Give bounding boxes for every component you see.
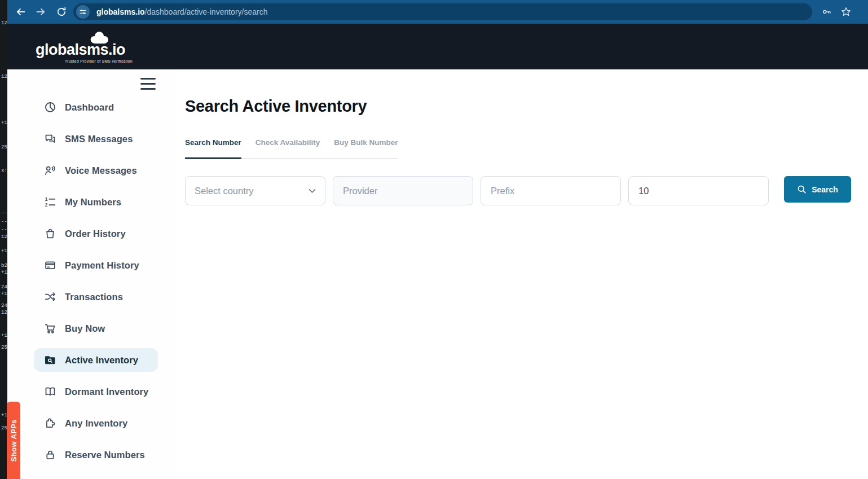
sidebar-item-label: Active Inventory [65, 355, 138, 366]
chat-bubbles-icon [44, 133, 56, 145]
password-key-icon[interactable] [821, 6, 832, 17]
open-book-icon [44, 385, 56, 398]
sidebar-item-label: Payment History [65, 260, 139, 271]
show-apps-label: Show APPs [10, 419, 18, 462]
logo-wordmark: globalsms.io [36, 42, 133, 58]
terminal-text-fragment: +1 [1, 120, 7, 126]
terminal-text-fragment: +1 [1, 248, 7, 254]
person-voice-icon [44, 164, 56, 177]
country-select-value: Select country [195, 186, 254, 196]
shuffle-arrows-icon [44, 291, 56, 303]
search-icon [797, 184, 807, 194]
sidebar-item-label: Reserve Numbers [65, 450, 145, 460]
credit-card-icon [44, 259, 56, 271]
svg-text:1: 1 [45, 197, 48, 202]
terminal-text-fragment: 12 [1, 310, 7, 315]
quantity-input[interactable] [628, 176, 769, 205]
search-form: Select country Search [185, 176, 868, 205]
terminal-text-fragment: 12 [1, 74, 7, 80]
url-text: globalsms.io/dashboard/active-inventory/… [96, 7, 267, 16]
sidebar-item-label: My Numbers [65, 197, 121, 208]
shopping-cart-icon [44, 322, 56, 335]
terminal-text-fragment: -- [1, 227, 7, 232]
terminal-text-fragment: +1 [1, 291, 7, 297]
sidebar-item-my-numbers[interactable]: 12 My Numbers [34, 190, 158, 214]
screen: 1212+125s:------12+1b2+124+12412+125+125… [0, 0, 868, 479]
url-host: globalsms.io [96, 7, 145, 16]
sidebar-item-dashboard[interactable]: Dashboard [34, 95, 158, 119]
sidebar-item-order-history[interactable]: Order History [34, 222, 158, 245]
sidebar-item-reserve-numbers[interactable]: Reserve Numbers [34, 443, 158, 467]
hamburger-menu-icon[interactable] [140, 78, 156, 90]
terminal-text-fragment: s: [1, 168, 7, 174]
tab-check-availability[interactable]: Check Availability [255, 138, 320, 159]
site-settings-icon[interactable] [76, 5, 90, 19]
sidebar-item-any-inventory[interactable]: Any Inventory [34, 411, 158, 435]
folder-search-icon [44, 354, 56, 366]
terminal-text-fragment: b2 [1, 263, 7, 269]
terminal-text-fragment: 24 [1, 303, 7, 309]
sidebar-item-label: Transactions [65, 292, 123, 302]
logo[interactable]: globalsms.io Trusted Provider of SMS ver… [36, 24, 133, 63]
sidebar-item-label: Dormant Inventory [65, 386, 148, 397]
back-arrow-icon[interactable] [15, 6, 27, 17]
sidebar-item-sms-messages[interactable]: SMS Messages [34, 127, 158, 151]
tab-buy-bulk-number[interactable]: Buy Bulk Number [334, 138, 398, 159]
show-apps-tab[interactable]: Show APPs [7, 402, 20, 479]
reload-icon[interactable] [56, 6, 67, 17]
chevron-down-icon [309, 188, 316, 194]
sidebar-item-label: Voice Messages [65, 165, 137, 176]
bookmark-star-icon[interactable] [840, 6, 852, 17]
provider-input[interactable] [333, 176, 473, 205]
sidebar-item-label: Order History [65, 228, 126, 239]
forward-arrow-icon[interactable] [35, 6, 46, 17]
terminal-text-fragment: +1 [1, 333, 7, 339]
main-content: Search Active Inventory Search Number Ch… [175, 69, 868, 479]
sidebar: Dashboard SMS Messages Voice Messages [7, 69, 175, 479]
pie-chart-icon [44, 101, 56, 113]
search-button-label: Search [812, 185, 838, 194]
sidebar-nav: Dashboard SMS Messages Voice Messages [7, 95, 175, 474]
search-button[interactable]: Search [784, 176, 851, 203]
puzzle-piece-icon [44, 417, 56, 429]
terminal-text-fragment: 12 [1, 234, 7, 240]
terminal-text-fragment: +1 [1, 270, 7, 275]
page-title: Search Active Inventory [185, 97, 868, 116]
sidebar-item-label: SMS Messages [65, 134, 133, 144]
svg-text:2: 2 [45, 203, 48, 208]
app-body: Dashboard SMS Messages Voice Messages [7, 69, 868, 479]
tab-bar: Search Number Check Availability Buy Bul… [185, 138, 398, 159]
sidebar-item-payment-history[interactable]: Payment History [34, 253, 158, 277]
sidebar-item-label: Buy Now [65, 323, 105, 334]
browser-window: globalsms.io/dashboard/active-inventory/… [7, 0, 868, 479]
terminal-text-fragment: 24 [1, 284, 7, 290]
sidebar-item-active-inventory[interactable]: Active Inventory [34, 348, 158, 372]
shopping-bag-icon [44, 227, 56, 240]
terminal-text-fragment: 25 [1, 144, 7, 150]
sidebar-item-dormant-inventory[interactable]: Dormant Inventory [34, 380, 158, 403]
terminal-text-fragment: -- [1, 210, 7, 216]
logo-tagline: Trusted Provider of SMS verification [36, 59, 133, 63]
app-header: globalsms.io Trusted Provider of SMS ver… [7, 24, 868, 69]
url-path: /dashboard/active-inventory/search [145, 7, 268, 16]
sidebar-item-label: Any Inventory [65, 418, 127, 429]
tab-search-number[interactable]: Search Number [185, 138, 241, 159]
url-bar[interactable]: globalsms.io/dashboard/active-inventory/… [73, 3, 812, 20]
sidebar-item-transactions[interactable]: Transactions [34, 285, 158, 309]
sidebar-item-buy-now[interactable]: Buy Now [34, 317, 158, 340]
terminal-text-fragment: 12 [1, 20, 7, 26]
numbered-list-icon: 12 [44, 196, 56, 208]
terminal-text-fragment: -- [1, 219, 7, 225]
padlock-icon [44, 449, 56, 461]
browser-chrome: globalsms.io/dashboard/active-inventory/… [7, 0, 868, 24]
terminal-text-fragment: 25 [1, 345, 7, 350]
sidebar-item-voice-messages[interactable]: Voice Messages [34, 159, 158, 182]
prefix-input[interactable] [481, 176, 621, 205]
country-select[interactable]: Select country [185, 176, 325, 205]
sidebar-item-label: Dashboard [65, 102, 114, 113]
